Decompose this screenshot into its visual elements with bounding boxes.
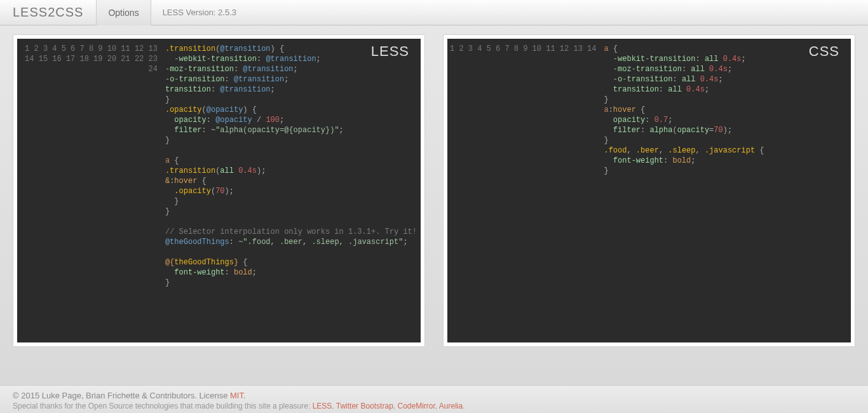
less-gutter: 1 2 3 4 5 6 7 8 9 10 11 12 13 14 15 16 1…	[17, 39, 161, 342]
css-panel: CSS 1 2 3 4 5 6 7 8 9 10 11 12 13 14 a {…	[443, 34, 855, 347]
css-pane-label: CSS	[809, 46, 839, 57]
footer: © 2015 Luke Page, Brian Frichette & Cont…	[0, 385, 868, 413]
brand-title: LESS2CSS	[13, 5, 83, 20]
css-code[interactable]: a { -webkit-transition: all 0.4s; -moz-t…	[600, 39, 768, 342]
footer-text: © 2015 Luke Page, Brian Frichette & Cont…	[13, 391, 230, 400]
footer-link[interactable]: Aurelia	[439, 402, 463, 410]
footer-thanks: Special thanks for the Open Source techn…	[13, 402, 855, 410]
topbar: LESS2CSS Options LESS Version: 2.5.3	[0, 0, 868, 25]
footer-link[interactable]: Twitter Bootstrap	[336, 402, 393, 410]
less-pane-label: LESS	[371, 46, 409, 57]
main-area: LESS 1 2 3 4 5 6 7 8 9 10 11 12 13 14 15…	[0, 25, 868, 356]
css-editor[interactable]: CSS 1 2 3 4 5 6 7 8 9 10 11 12 13 14 a {…	[447, 39, 851, 342]
footer-copyright: © 2015 Luke Page, Brian Frichette & Cont…	[13, 391, 855, 400]
less-editor[interactable]: LESS 1 2 3 4 5 6 7 8 9 10 11 12 13 14 15…	[17, 39, 421, 342]
less-panel: LESS 1 2 3 4 5 6 7 8 9 10 11 12 13 14 15…	[13, 34, 425, 347]
options-button[interactable]: Options	[96, 0, 151, 25]
css-gutter: 1 2 3 4 5 6 7 8 9 10 11 12 13 14	[447, 39, 600, 342]
license-link[interactable]: MIT	[230, 391, 243, 400]
footer-link[interactable]: CodeMirror	[397, 402, 435, 410]
version-label: LESS Version: 2.5.3	[151, 8, 248, 17]
less-code[interactable]: .transition(@transition) { -webkit-trans…	[161, 39, 421, 342]
footer-text: .	[243, 391, 246, 400]
footer-link[interactable]: LESS	[313, 402, 332, 410]
